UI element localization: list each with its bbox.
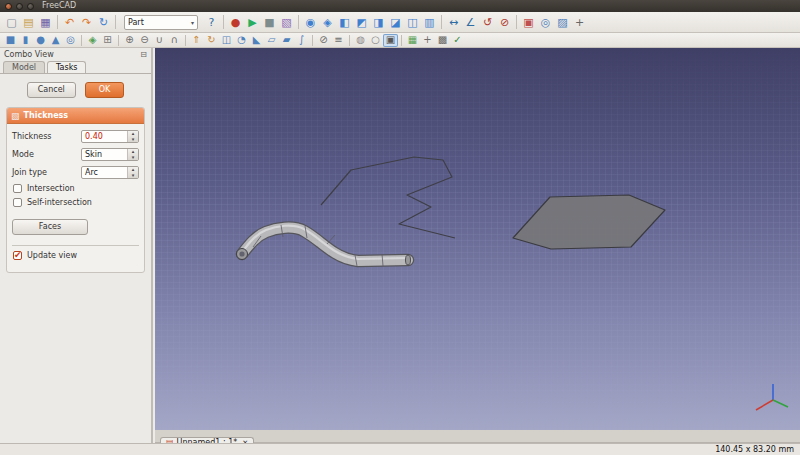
macro-play-icon[interactable]: ▶ <box>244 14 261 31</box>
part-cylinder-icon[interactable]: ▮ <box>18 34 33 47</box>
part-ruled-surface-icon[interactable]: ▱ <box>264 34 279 47</box>
thickness-input[interactable]: 0.40 ▴▾ <box>81 130 139 143</box>
part-create-primitives-icon[interactable]: ◈ <box>85 34 100 47</box>
redo-icon[interactable]: ↷ <box>78 14 95 31</box>
workbench-selected-label: Part <box>128 18 144 27</box>
thickness-value[interactable]: 0.40 <box>82 131 127 142</box>
document-new-icon[interactable]: ▢ <box>3 14 20 31</box>
document-save-icon[interactable]: ▦ <box>37 14 54 31</box>
task-dialog-buttons: Cancel OK <box>6 82 145 98</box>
toolbar-group-view: ?●▶■▧◉◈◧◩◨◪◫▥↔∠↺⊘▣◎▨+ <box>203 14 588 31</box>
part-defeaturing-icon[interactable]: ▩ <box>435 34 450 47</box>
tab-model[interactable]: Model <box>3 61 45 73</box>
part-offset-2d-icon[interactable]: ○ <box>368 34 383 47</box>
part-fillet-icon[interactable]: ◔ <box>234 34 249 47</box>
3d-viewport[interactable] <box>155 48 800 430</box>
window-close-button[interactable] <box>5 3 12 10</box>
join-type-value[interactable]: Arc <box>82 167 127 178</box>
part-simple-copy-icon[interactable]: ▣ <box>520 14 537 31</box>
mode-select[interactable]: Skin ▴▾ <box>81 148 139 161</box>
view-right-icon[interactable]: ◨ <box>370 14 387 31</box>
intersection-checkbox[interactable] <box>13 184 22 193</box>
part-chamfer-icon[interactable]: ◣ <box>249 34 264 47</box>
view-left-icon[interactable]: ▥ <box>421 14 438 31</box>
thickness-taskbox-body: Thickness 0.40 ▴▾ Mode Skin ▴▾ <box>7 124 144 272</box>
view-bottom-icon[interactable]: ◫ <box>404 14 421 31</box>
part-section-icon[interactable]: ⊘ <box>316 34 331 47</box>
document-open-icon[interactable]: ▤ <box>20 14 37 31</box>
window-maximize-button[interactable] <box>27 3 34 10</box>
mode-value[interactable]: Skin <box>82 149 127 160</box>
thickness-taskbox-header[interactable]: ▧ Thickness <box>7 108 144 124</box>
part-cut-icon[interactable]: ⊖ <box>137 34 152 47</box>
part-revolve-icon[interactable]: ↻ <box>204 34 219 47</box>
mode-label: Mode <box>12 150 34 159</box>
viewport-canvas[interactable] <box>155 48 800 430</box>
task-divider <box>12 245 139 246</box>
macro-record-icon[interactable]: ● <box>227 14 244 31</box>
part-box-icon[interactable]: ■ <box>3 34 18 47</box>
part-cone-icon[interactable]: ▲ <box>48 34 63 47</box>
view-top-icon[interactable]: ◩ <box>353 14 370 31</box>
measure-linear-icon[interactable]: ↔ <box>445 14 462 31</box>
refresh-icon[interactable]: ↻ <box>95 14 112 31</box>
toolbar-separator <box>81 35 82 46</box>
edit-placement-icon[interactable]: + <box>571 14 588 31</box>
whats-this-icon[interactable]: ? <box>203 14 220 31</box>
part-attachment-icon[interactable]: + <box>420 34 435 47</box>
part-projection-icon[interactable]: ▦ <box>405 34 420 47</box>
set-appearance-icon[interactable]: ▨ <box>554 14 571 31</box>
toolbar-separator <box>312 35 313 46</box>
part-sweep-icon[interactable]: ∫ <box>294 34 309 47</box>
thickness-icon: ▧ <box>11 111 20 121</box>
part-intersection-icon[interactable]: ∩ <box>167 34 182 47</box>
join-type-select[interactable]: Arc ▴▾ <box>81 166 139 179</box>
chevron-down-icon: ▾ <box>191 19 194 26</box>
part-mirror-icon[interactable]: ◫ <box>219 34 234 47</box>
update-view-checkbox[interactable] <box>13 251 22 260</box>
part-sphere-icon[interactable]: ● <box>33 34 48 47</box>
combo-view-panel: Combo View ⊟ Model Tasks Cancel OK ▧ Thi… <box>0 48 153 443</box>
self-intersection-option: Self-intersection <box>13 198 139 207</box>
macro-edit-icon[interactable]: ▧ <box>278 14 295 31</box>
view-rear-icon[interactable]: ◪ <box>387 14 404 31</box>
measure-clear-icon[interactable]: ⊘ <box>496 14 513 31</box>
tab-tasks[interactable]: Tasks <box>47 61 86 73</box>
toolbar-part-tools: ■▮●▲◎◈⊞⊕⊖∪∩⇑↻◫◔◣▱▰∫⊘≡◍○▣▦+▩✓ <box>0 33 800 48</box>
part-shape-builder-icon[interactable]: ⊞ <box>100 34 115 47</box>
part-union-icon[interactable]: ∪ <box>152 34 167 47</box>
part-torus-icon[interactable]: ◎ <box>63 34 78 47</box>
view-isometric-icon[interactable]: ◈ <box>319 14 336 31</box>
toggle-visibility-icon[interactable]: ◎ <box>537 14 554 31</box>
mode-dropdown-icon[interactable]: ▴▾ <box>127 149 138 160</box>
thickness-taskbox-title: Thickness <box>24 111 69 120</box>
part-check-geometry-icon[interactable]: ✓ <box>450 34 465 47</box>
part-cross-sections-icon[interactable]: ≡ <box>331 34 346 47</box>
float-panel-icon[interactable]: ⊟ <box>140 51 147 59</box>
toolbar-separator <box>118 35 119 46</box>
ok-button[interactable]: OK <box>85 82 125 98</box>
faces-button[interactable]: Faces <box>12 219 88 235</box>
macro-stop-icon[interactable]: ■ <box>261 14 278 31</box>
part-loft-icon[interactable]: ▰ <box>279 34 294 47</box>
thickness-label: Thickness <box>12 132 52 141</box>
workbench-selector[interactable]: Part ▾ <box>124 15 198 30</box>
undo-icon[interactable]: ↶ <box>61 14 78 31</box>
toolbar-separator <box>298 15 299 29</box>
view-front-icon[interactable]: ◧ <box>336 14 353 31</box>
measure-angular-icon[interactable]: ∠ <box>462 14 479 31</box>
part-thickness-icon[interactable]: ▣ <box>383 34 398 47</box>
self-intersection-checkbox[interactable] <box>13 198 22 207</box>
spinner-arrows-icon[interactable]: ▴▾ <box>127 131 138 142</box>
view-fit-all-icon[interactable]: ◉ <box>302 14 319 31</box>
cancel-button[interactable]: Cancel <box>27 82 76 98</box>
measure-refresh-icon[interactable]: ↺ <box>479 14 496 31</box>
join-type-dropdown-icon[interactable]: ▴▾ <box>127 167 138 178</box>
toolbar-separator <box>349 35 350 46</box>
part-extrude-icon[interactable]: ⇑ <box>189 34 204 47</box>
part-boolean-icon[interactable]: ⊕ <box>122 34 137 47</box>
combo-view-title: Combo View <box>4 50 54 59</box>
window-minimize-button[interactable] <box>16 3 23 10</box>
titlebar: FreeCAD <box>0 0 800 12</box>
part-offset-3d-icon[interactable]: ◍ <box>353 34 368 47</box>
